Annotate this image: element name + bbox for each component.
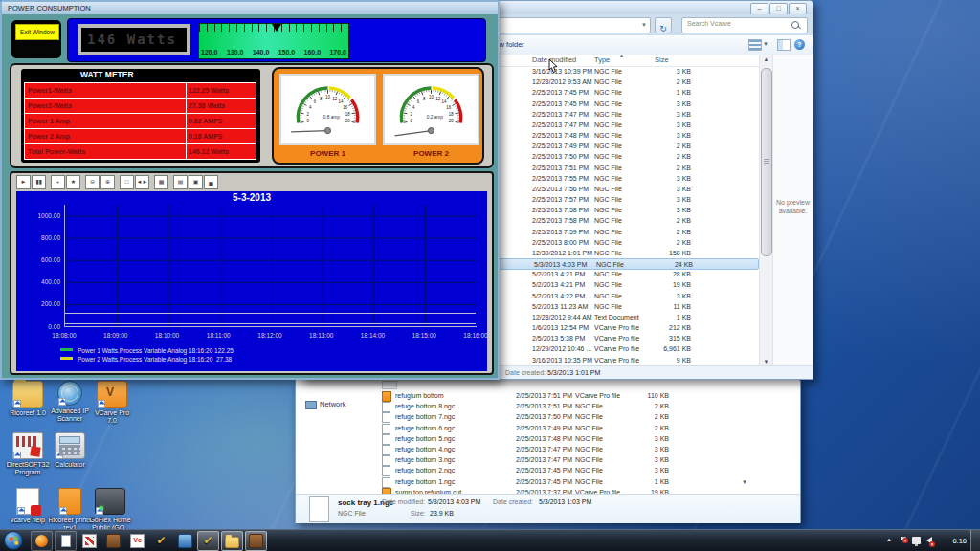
file-row[interactable]: refuge bottom 3.ngc2/25/2013 7:47 PMNGC … [296, 454, 800, 465]
taskbar-checkmark-tool-window-button[interactable]: ✔ [197, 531, 219, 551]
power2-gauge: 024681012141618200.2 amp [383, 74, 479, 145]
watt-meter-row: Power 2 Amp0.18 AMPS [24, 129, 256, 144]
file-type: NGC File [594, 194, 622, 205]
file-row[interactable]: refugium bottom2/25/2013 7:51 PMVCarve P… [296, 390, 800, 401]
copy-button[interactable]: ▤ [173, 175, 188, 189]
volume-muted-icon[interactable] [926, 537, 932, 544]
taskbar-checkmark-tool-button[interactable]: ✔ [150, 531, 172, 551]
search-box[interactable]: Search Vcarve [681, 17, 808, 33]
desktop-icon-vcarve-help[interactable]: vcarve help [6, 488, 50, 524]
file-size: 2 KB [624, 237, 691, 248]
dslaunch-window-icon [249, 534, 263, 548]
svg-text:8: 8 [423, 97, 426, 101]
x-axis-tick-label: 18:16:00 [455, 332, 487, 339]
play-button[interactable]: ► [16, 175, 31, 189]
legend-text: Power 2 Watts.Process Variable Analog 18… [78, 356, 232, 363]
legend-swatch [60, 348, 73, 351]
shortcut-arrow-icon [56, 452, 63, 459]
hidden-icons-arrow[interactable]: ▲ [886, 537, 892, 542]
properties-button[interactable]: ▦ [154, 175, 168, 189]
power-consumption-window: POWER CONSUMPTION Exit Window 146 Watts … [0, 0, 500, 380]
taskbar-dslaunch-window-button[interactable] [245, 531, 267, 551]
desktop-icon-vcarve-pro-7-0[interactable]: VCarve Pro 7.0 [90, 381, 134, 425]
cursor-button[interactable]: ★ [66, 175, 80, 189]
clock[interactable]: 6:16 PM [952, 530, 967, 551]
legend-entry: Power 1 Watts.Process Variable Analog 18… [60, 347, 234, 356]
column-type[interactable]: Type [594, 55, 610, 64]
file-row[interactable]: refuge bottom 8.ngc2/25/2013 7:51 PMNGC … [296, 401, 800, 411]
zoom-box-button[interactable]: □ [120, 175, 134, 189]
svg-text:12: 12 [435, 97, 440, 101]
svg-text:16: 16 [343, 105, 347, 110]
x-axis-tick-label: 18:10:00 [146, 332, 189, 339]
taskbar-firefox-button[interactable] [31, 531, 53, 551]
desktop-icon-goflex-home-public-go[interactable]: GoFlex Home Public (GO.. [88, 488, 132, 532]
column-size[interactable]: Size [655, 55, 669, 64]
desktop-icon-directsoft32-program[interactable]: DirectSOFT32 Program [6, 432, 50, 476]
x-axis-tick-label: 18:15:00 [403, 332, 445, 339]
save-button[interactable]: ▣ [189, 175, 203, 189]
svg-text:16: 16 [446, 105, 451, 110]
details-pane: sock tray 1.ngc NGC File Date modified: … [296, 494, 800, 523]
file-row[interactable]: refuge bottom 6.ngc2/25/2013 7:49 PMNGC … [296, 423, 800, 433]
taskbar-vcarve-button[interactable]: Vc [126, 531, 148, 551]
pause-button[interactable]: ▮▮ [32, 175, 46, 189]
axes-button[interactable]: ◄► [135, 175, 149, 189]
title-bar[interactable]: POWER CONSUMPTION [2, 2, 498, 14]
taskbar-directsoft-button[interactable] [78, 531, 100, 551]
pan-button[interactable]: + [51, 175, 65, 189]
taskbar-document-app-button[interactable] [55, 531, 77, 551]
file-name: refuge bottom 6.ngc [395, 423, 455, 433]
taskbar-ip-scanner-button[interactable] [174, 531, 196, 551]
zoom-out-button[interactable]: ⊖ [85, 175, 100, 189]
help-icon[interactable]: ? [794, 39, 805, 50]
file-row[interactable]: sump top refugium cut2/25/2013 7:37 PMVC… [296, 487, 800, 494]
pdf-icon [16, 488, 39, 515]
x-axis-tick-label: 18:13:00 [301, 332, 343, 339]
vertical-scrollbar[interactable]: ▲ ▼ [759, 55, 772, 366]
view-dropdown-icon[interactable]: ▼ [763, 41, 768, 47]
file-row[interactable]: refuge bottom 5.ngc2/25/2013 7:48 PMNGC … [296, 433, 800, 444]
action-center-icon[interactable] [901, 537, 907, 544]
preview-pane-icon[interactable] [777, 39, 791, 51]
file-size: 3 KB [624, 130, 691, 141]
file-type: NGC File [594, 77, 622, 87]
show-desktop-button[interactable] [970, 530, 980, 551]
network-status-icon[interactable] [912, 537, 921, 544]
file-row[interactable]: refuge bottom 1.ngc2/25/2013 7:45 PMNGC … [296, 476, 800, 487]
windows-logo-icon [9, 536, 18, 545]
exit-window-button[interactable]: Exit Window [15, 24, 59, 40]
scrollbar-thumb[interactable] [761, 68, 772, 256]
flag-pane [10, 541, 14, 546]
desktop-icon-ricoreef-1-0[interactable]: Ricoreef 1.0 [6, 381, 50, 417]
desktop-icon-calculator[interactable]: Calculator [48, 432, 92, 469]
scroll-up-icon[interactable]: ▲ [760, 55, 772, 65]
start-button[interactable] [4, 531, 23, 550]
refresh-button[interactable]: ↻ [655, 17, 672, 33]
file-type: NGC File [575, 444, 603, 454]
zoom-in-button[interactable]: ⊕ [100, 175, 115, 189]
file-modified: 5/2/2013 4:22 PM [532, 291, 585, 301]
details-file-type: NGC File [338, 510, 366, 517]
print-button[interactable]: ▄ [204, 175, 218, 189]
desktop-icon-advanced-ip-scanner[interactable]: Advanced IP Scanner [48, 381, 92, 423]
file-type: NGC File [594, 205, 622, 215]
status-value: 5/3/2013 1:01 PM [547, 366, 600, 379]
desktop-icon-ricoreef-prints-rev1[interactable]: Ricoreef prints rev1 [48, 488, 92, 532]
svg-text:0: 0 [410, 119, 412, 123]
file-size: 3 KB [624, 120, 691, 130]
file-row[interactable]: refuge bottom 4.ngc2/25/2013 7:47 PMNGC … [296, 444, 800, 454]
taskbar-explorer-window-button[interactable] [221, 531, 243, 551]
file-type: NGC File [594, 279, 622, 290]
file-modified: 3/16/2013 10:35 PM [532, 355, 592, 365]
change-view-icon[interactable] [748, 39, 762, 51]
scroll-down-icon[interactable]: ▼ [742, 479, 747, 485]
file-modified: 2/25/2013 7:50 PM [516, 411, 572, 422]
taskbar-dslaunch-button[interactable] [102, 531, 124, 551]
svg-text:0: 0 [306, 119, 309, 123]
file-row[interactable]: refuge bottom 7.ngc2/25/2013 7:50 PMNGC … [296, 411, 800, 422]
y-axis-tick-label: 200.00 [16, 300, 60, 307]
desktop-icon-label: VCarve Pro 7.0 [90, 409, 134, 425]
address-dropdown-icon[interactable]: ▼ [641, 22, 647, 28]
file-row[interactable]: refuge bottom 2.ngc2/25/2013 7:45 PMNGC … [296, 465, 800, 475]
